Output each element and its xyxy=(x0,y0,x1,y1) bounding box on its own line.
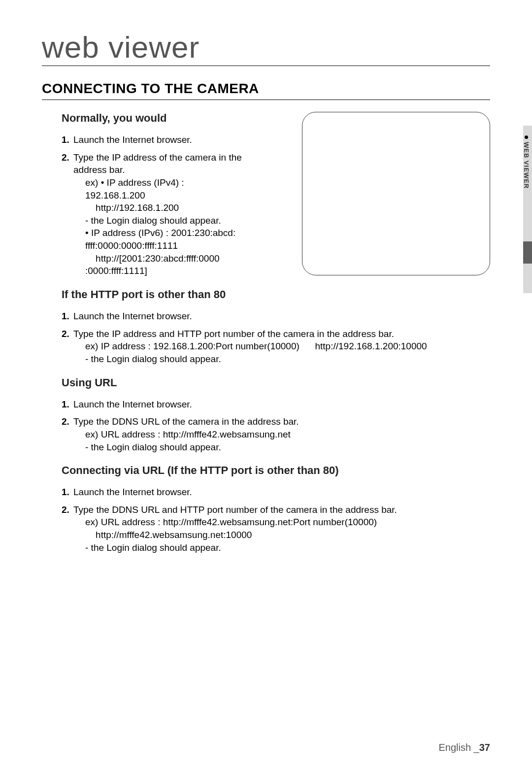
list-number: 2. xyxy=(62,328,73,366)
list-line: Launch the Internet browser. xyxy=(73,134,244,146)
list-line: - the Login dialog should appear. xyxy=(73,441,451,454)
figure-placeholder xyxy=(302,112,490,275)
tab-label: WEB VIEWER xyxy=(523,135,530,189)
chapter-title: web viewer xyxy=(42,30,490,66)
tab-text: WEB VIEWER xyxy=(523,142,530,189)
list-line: ex) URL address : http://mfffe42.websams… xyxy=(73,428,451,441)
side-tab: WEB VIEWER xyxy=(518,126,532,293)
list-line: Launch the Internet browser. xyxy=(73,486,451,499)
list-line: - the Login dialog should appear. xyxy=(73,214,244,227)
bullet-icon xyxy=(525,135,528,139)
tab-current-marker xyxy=(523,241,532,264)
list-line: • IP address (IPv6) : 2001:230:abcd: fff… xyxy=(73,227,244,252)
list-number: 1. xyxy=(62,134,73,146)
list-line: Type the DDNS URL of the camera in the a… xyxy=(73,415,451,428)
list-line: - the Login dialog should appear. xyxy=(73,541,451,554)
page: WEB VIEWER web viewer CONNECTING TO THE … xyxy=(0,0,532,774)
section-heading: CONNECTING TO THE CAMERA xyxy=(42,81,490,100)
list-number: 1. xyxy=(62,398,73,411)
list-line: http://[2001:230:abcd:ffff:0000 :0000:ff… xyxy=(73,252,244,277)
list-line: http://mfffe42.websamsung.net:10000 xyxy=(73,529,451,541)
list-body: Type the DDNS URL and HTTP port number o… xyxy=(73,504,451,554)
list-number: 2. xyxy=(62,415,73,453)
list-number: 1. xyxy=(62,486,73,499)
instruction-list: 1.Launch the Internet browser.2.Type the… xyxy=(62,310,451,366)
instruction-list: 1.Launch the Internet browser.2.Type the… xyxy=(62,398,451,454)
list-body: Type the DDNS URL of the camera in the a… xyxy=(73,415,451,453)
list-line: Launch the Internet browser. xyxy=(73,398,451,411)
subsection-heading: If the HTTP port is other than 80 xyxy=(62,288,490,301)
list-line: ex) URL address : http://mfffe42.websams… xyxy=(73,516,451,529)
list-item: 2.Type the IP address of the camera in t… xyxy=(62,151,244,277)
list-line: Launch the Internet browser. xyxy=(73,310,451,323)
footer-page-number: 37 xyxy=(479,742,490,753)
instruction-list: 1.Launch the Internet browser.2.Type the… xyxy=(62,134,244,277)
list-item: 2.Type the IP address and HTTP port numb… xyxy=(62,328,451,366)
list-line: ex) • IP address (IPv4) : 192.168.1.200 xyxy=(73,176,244,202)
list-line: Type the IP address of the camera in the… xyxy=(73,151,244,176)
list-line: http://192.168.1.200 xyxy=(73,202,244,214)
list-body: Launch the Internet browser. xyxy=(73,310,451,323)
list-item: 1.Launch the Internet browser. xyxy=(62,310,451,323)
list-item: 1.Launch the Internet browser. xyxy=(62,134,244,146)
list-number: 2. xyxy=(62,504,73,554)
list-item: 1.Launch the Internet browser. xyxy=(62,398,451,411)
page-footer: English _37 xyxy=(438,742,490,753)
subsection-heading: Connecting via URL (If the HTTP port is … xyxy=(62,464,490,477)
list-number: 2. xyxy=(62,151,73,277)
subsection-heading: Using URL xyxy=(62,376,490,389)
list-body: Launch the Internet browser. xyxy=(73,134,244,146)
list-body: Launch the Internet browser. xyxy=(73,486,451,499)
content: Normally, you would1.Launch the Internet… xyxy=(42,112,490,554)
list-line: Type the DDNS URL and HTTP port number o… xyxy=(73,504,451,516)
list-body: Launch the Internet browser. xyxy=(73,398,451,411)
footer-language: English _ xyxy=(438,742,479,753)
list-line: ex) IP address : 192.168.1.200:Port numb… xyxy=(73,340,451,353)
list-body: Type the IP address of the camera in the… xyxy=(73,151,244,277)
list-item: 1.Launch the Internet browser. xyxy=(62,486,451,499)
instruction-list: 1.Launch the Internet browser.2.Type the… xyxy=(62,486,451,554)
list-line: Type the IP address and HTTP port number… xyxy=(73,328,451,340)
list-item: 2.Type the DDNS URL and HTTP port number… xyxy=(62,504,451,554)
list-number: 1. xyxy=(62,310,73,323)
list-body: Type the IP address and HTTP port number… xyxy=(73,328,451,366)
list-item: 2.Type the DDNS URL of the camera in the… xyxy=(62,415,451,453)
list-line: - the Login dialog should appear. xyxy=(73,353,451,366)
